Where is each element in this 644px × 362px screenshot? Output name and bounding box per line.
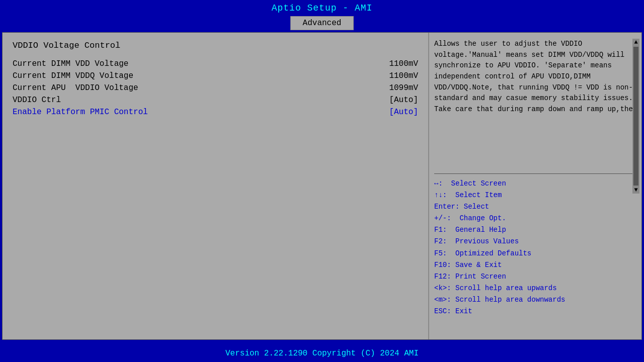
setting-label-pmic: Enable Platform PMIC Control xyxy=(13,108,358,117)
keybinding-f10: F10: Save & Exit xyxy=(434,259,636,271)
footer-text: Version 2.22.1290 Copyright (C) 2024 AMI xyxy=(225,349,419,358)
setting-row-apu[interactable]: Current APU VDDIO Voltage 1099mV xyxy=(13,83,418,93)
keybinding-select-item: ↑↓: Select Item xyxy=(434,190,636,201)
keybinding-f12: F12: Print Screen xyxy=(434,271,636,283)
scrollbar[interactable]: ▲ ▼ xyxy=(632,39,639,194)
setting-row-pmic[interactable]: Enable Platform PMIC Control [Auto] xyxy=(13,108,418,117)
keybinding-enter: Enter: Select xyxy=(434,201,636,213)
tab-bar: Advanced xyxy=(0,15,644,30)
setting-value-apu: 1099mV xyxy=(358,83,418,93)
main-area: VDDIO Voltage Control Current DIMM VDD V… xyxy=(2,32,642,340)
scroll-thumb[interactable] xyxy=(633,47,638,186)
setting-value-vddio-ctrl: [Auto] xyxy=(358,96,418,105)
scroll-up-arrow[interactable]: ▲ xyxy=(634,39,637,46)
setting-value-vddq: 1100mV xyxy=(358,71,418,80)
left-panel: VDDIO Voltage Control Current DIMM VDD V… xyxy=(3,33,429,339)
section-title: VDDIO Voltage Control xyxy=(13,41,418,50)
keybinding-change-opt: +/-: Change Opt. xyxy=(434,213,636,224)
setting-label-vddq: Current DIMM VDDQ Voltage xyxy=(13,71,358,80)
scroll-down-arrow[interactable]: ▼ xyxy=(634,187,637,194)
right-panel: Allows the user to adjust the VDDIO volt… xyxy=(429,33,641,339)
title-bar: Aptio Setup - AMI xyxy=(0,0,644,15)
setting-value-pmic: [Auto] xyxy=(358,108,418,117)
keybinding-esc: ESC: Exit xyxy=(434,306,636,317)
keybinding-scroll-up: <k>: Scroll help area upwards xyxy=(434,283,636,294)
keybinding-f2: F2: Previous Values xyxy=(434,236,636,247)
keybinding-select-screen: ↔: Select Screen xyxy=(434,178,636,190)
tab-advanced[interactable]: Advanced xyxy=(290,16,354,30)
divider xyxy=(434,173,636,174)
keybindings: ↔: Select Screen ↑↓: Select Item Enter: … xyxy=(434,178,636,317)
title-text: Aptio Setup - AMI xyxy=(272,3,373,13)
keybinding-f5: F5: Optimized Defaults xyxy=(434,248,636,259)
keybinding-f1: F1: General Help xyxy=(434,224,636,236)
footer: Version 2.22.1290 Copyright (C) 2024 AMI xyxy=(0,345,644,362)
setting-label-vddio-ctrl: VDDIO Ctrl xyxy=(13,96,358,105)
setting-label-vdd: Current DIMM VDD Voltage xyxy=(13,59,358,68)
setting-value-vdd: 1100mV xyxy=(358,59,418,68)
setting-row-vdd[interactable]: Current DIMM VDD Voltage 1100mV xyxy=(13,59,418,68)
help-text: Allows the user to adjust the VDDIO volt… xyxy=(434,39,636,169)
setting-row-vddio-ctrl[interactable]: VDDIO Ctrl [Auto] xyxy=(13,96,418,105)
keybinding-scroll-down: <m>: Scroll help area downwards xyxy=(434,294,636,306)
setting-label-apu: Current APU VDDIO Voltage xyxy=(13,83,358,93)
setting-row-vddq[interactable]: Current DIMM VDDQ Voltage 1100mV xyxy=(13,71,418,80)
